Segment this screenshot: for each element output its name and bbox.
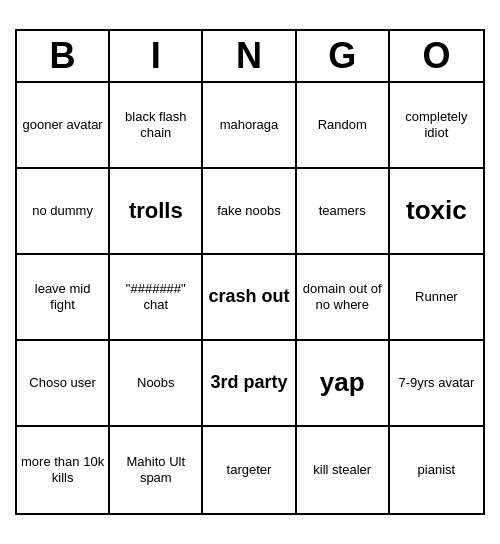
bingo-cell-20[interactable]: more than 10k kills xyxy=(17,427,110,513)
bingo-cell-6[interactable]: trolls xyxy=(110,169,203,255)
bingo-cell-3[interactable]: Random xyxy=(297,83,390,169)
bingo-cell-24[interactable]: pianist xyxy=(390,427,483,513)
bingo-cell-7[interactable]: fake noobs xyxy=(203,169,296,255)
bingo-cell-4[interactable]: completely idiot xyxy=(390,83,483,169)
bingo-cell-12[interactable]: crash out xyxy=(203,255,296,341)
bingo-card: BINGO gooner avatarblack flash chainmaho… xyxy=(15,29,485,515)
bingo-cell-14[interactable]: Runner xyxy=(390,255,483,341)
bingo-letter-n: N xyxy=(203,31,296,81)
bingo-cell-21[interactable]: Mahito Ult spam xyxy=(110,427,203,513)
bingo-letter-g: G xyxy=(297,31,390,81)
bingo-cell-15[interactable]: Choso user xyxy=(17,341,110,427)
bingo-cell-2[interactable]: mahoraga xyxy=(203,83,296,169)
bingo-letter-b: B xyxy=(17,31,110,81)
bingo-cell-16[interactable]: Noobs xyxy=(110,341,203,427)
bingo-letter-i: I xyxy=(110,31,203,81)
bingo-grid: gooner avatarblack flash chainmahoragaRa… xyxy=(17,83,483,513)
bingo-cell-13[interactable]: domain out of no where xyxy=(297,255,390,341)
bingo-cell-8[interactable]: teamers xyxy=(297,169,390,255)
bingo-cell-23[interactable]: kill stealer xyxy=(297,427,390,513)
bingo-cell-11[interactable]: "#######" chat xyxy=(110,255,203,341)
bingo-cell-17[interactable]: 3rd party xyxy=(203,341,296,427)
bingo-cell-0[interactable]: gooner avatar xyxy=(17,83,110,169)
bingo-cell-1[interactable]: black flash chain xyxy=(110,83,203,169)
bingo-cell-10[interactable]: leave mid fight xyxy=(17,255,110,341)
bingo-cell-5[interactable]: no dummy xyxy=(17,169,110,255)
bingo-cell-19[interactable]: 7-9yrs avatar xyxy=(390,341,483,427)
bingo-header: BINGO xyxy=(17,31,483,83)
bingo-letter-o: O xyxy=(390,31,483,81)
bingo-cell-9[interactable]: toxic xyxy=(390,169,483,255)
bingo-cell-22[interactable]: targeter xyxy=(203,427,296,513)
bingo-cell-18[interactable]: yap xyxy=(297,341,390,427)
